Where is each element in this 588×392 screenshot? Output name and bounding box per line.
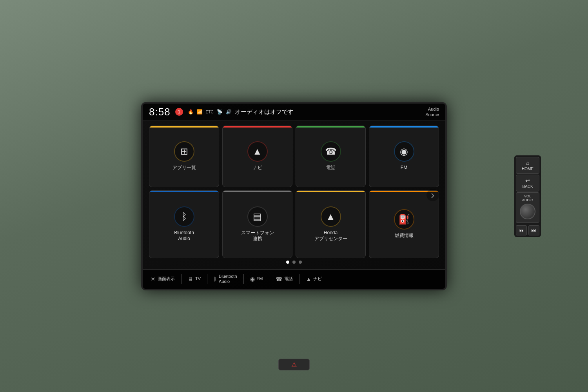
wifi-icon: 📡: [217, 109, 223, 115]
app-tile-honda[interactable]: ▲Honda アプリセンター: [296, 190, 366, 258]
side-controls: ⌂ HOME ↩ BACK VOL AUDIO ⏮ ⏭: [514, 155, 541, 237]
signal-icon: 📶: [197, 109, 203, 115]
media-controls: ⏮ ⏭: [516, 225, 539, 235]
clock-display: 8:58: [149, 106, 171, 118]
app-tile-apps[interactable]: ⊞アプリ一覧: [149, 126, 219, 187]
audio-source-label[interactable]: Audio Source: [425, 106, 439, 118]
hazard-icon: ⚠: [291, 361, 297, 368]
fm-icon: ◉: [394, 141, 414, 162]
bottom-divider-5: [299, 274, 299, 284]
status-bar: 8:58 1 🔥 📶 ETC 📡 🔊 オーディオはオフです Audio Sour…: [143, 104, 445, 121]
bottom-icon-2: ᛒ: [214, 276, 217, 282]
bluetooth-icon: ᛒ: [174, 206, 194, 227]
honda-icon: ▲: [321, 206, 341, 227]
apps-icon: ⊞: [174, 141, 194, 162]
bottom-item-FM[interactable]: ◉FM: [247, 274, 266, 284]
phone-label: 電話: [326, 165, 336, 171]
bottom-item-ナビ[interactable]: ▲ナビ: [303, 274, 325, 284]
page-dot-0[interactable]: [286, 261, 289, 264]
home-button[interactable]: ⌂ HOME: [516, 157, 539, 174]
app-tile-phone[interactable]: ☎電話: [296, 126, 366, 187]
bottom-label-3: FM: [257, 276, 263, 281]
bottom-icon-4: ☎: [276, 276, 282, 282]
audio-status-text: オーディオはオフです: [235, 108, 421, 116]
dashboard-background: 8:58 1 🔥 📶 ETC 📡 🔊 オーディオはオフです Audio Sour…: [0, 0, 588, 392]
fire-icon: 🔥: [188, 109, 194, 115]
bottom-item-電話[interactable]: ☎電話: [272, 274, 296, 284]
phone-icon: ☎: [321, 141, 341, 162]
bottom-label-2: Bluetooth Audio: [219, 274, 237, 284]
smartphone-icon: ▤: [247, 206, 268, 227]
status-icons: 🔥 📶 ETC 📡 🔊 オーディオはオフです: [188, 108, 421, 116]
etc-label: ETC: [206, 110, 214, 114]
bottom-label-4: 電話: [284, 276, 293, 281]
app-grid: ⊞アプリ一覧▲ナビ☎電話◉FMᛒBluetooth Audio▤スマートフォン …: [149, 126, 439, 258]
honda-label: Honda アプリセンター: [314, 230, 347, 242]
page-dot-1[interactable]: [292, 261, 296, 264]
next-page-arrow[interactable]: ›: [426, 189, 439, 201]
bottom-divider-2: [207, 274, 207, 284]
smartphone-label: スマートフォン 連携: [241, 230, 274, 242]
fuel-icon: ⛽: [394, 209, 414, 230]
bottom-icon-1: 🖥: [188, 276, 193, 282]
apps-label: アプリ一覧: [172, 165, 196, 171]
bottom-divider-4: [269, 274, 269, 284]
bottom-divider-1: [181, 274, 181, 284]
bottom-item-画面表示[interactable]: ☀画面表示: [147, 274, 178, 284]
app-tile-fm[interactable]: ◉FM: [369, 126, 439, 187]
volume-control[interactable]: VOL AUDIO: [516, 192, 539, 223]
home-icon: ⌂: [519, 160, 536, 166]
app-tile-bluetooth[interactable]: ᛒBluetooth Audio: [149, 190, 219, 258]
bottom-icon-3: ◉: [250, 276, 255, 282]
navi-label: ナビ: [253, 165, 262, 171]
back-icon: ↩: [519, 177, 536, 184]
app-tile-smartphone[interactable]: ▤スマートフォン 連携: [222, 190, 292, 258]
bottom-icon-0: ☀: [151, 276, 156, 282]
app-tile-navi[interactable]: ▲ナビ: [222, 126, 292, 187]
volume-icon: 🔊: [226, 109, 232, 115]
bluetooth-label: Bluetooth Audio: [174, 230, 194, 242]
prev-track-button[interactable]: ⏮: [516, 225, 527, 235]
fuel-label: 燃費情報: [395, 233, 414, 239]
app-tile-fuel[interactable]: ⛽燃費情報: [369, 190, 439, 258]
bottom-item-Bluetooth-Audio[interactable]: ᛒBluetooth Audio: [211, 272, 240, 286]
bottom-divider-3: [243, 274, 244, 284]
page-indicator: [149, 258, 439, 266]
bottom-icon-5: ▲: [306, 276, 311, 282]
bottom-item-TV[interactable]: 🖥TV: [185, 274, 204, 284]
bottom-label-1: TV: [195, 276, 201, 281]
main-content: ⊞アプリ一覧▲ナビ☎電話◉FMᛒBluetooth Audio▤スマートフォン …: [143, 121, 445, 269]
infotainment-screen: 8:58 1 🔥 📶 ETC 📡 🔊 オーディオはオフです Audio Sour…: [141, 102, 447, 290]
bottom-bar: ☀画面表示🖥TVᛒBluetooth Audio◉FM☎電話▲ナビ: [143, 269, 445, 289]
notification-badge: 1: [175, 108, 183, 116]
back-button[interactable]: ↩ BACK: [516, 175, 539, 191]
navi-icon: ▲: [247, 141, 268, 162]
volume-knob[interactable]: [520, 204, 535, 219]
page-dot-2[interactable]: [299, 261, 302, 264]
bottom-label-0: 画面表示: [158, 276, 175, 281]
next-track-button[interactable]: ⏭: [528, 225, 539, 235]
bottom-label-5: ナビ: [313, 276, 322, 281]
fm-label: FM: [401, 165, 407, 171]
hazard-button[interactable]: ⚠: [278, 359, 310, 370]
